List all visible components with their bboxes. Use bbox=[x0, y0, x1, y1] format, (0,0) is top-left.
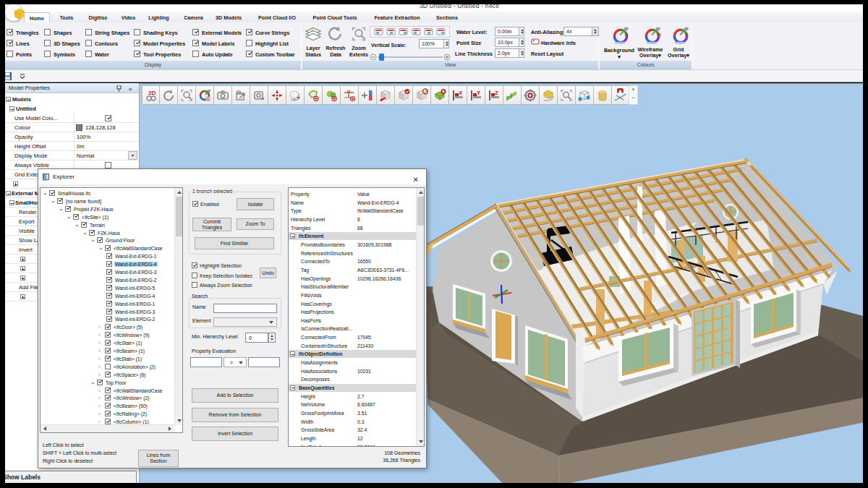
svg-text:G: G bbox=[685, 33, 689, 37]
svg-text:W: W bbox=[657, 33, 661, 37]
svg-text:B: B bbox=[625, 33, 629, 37]
svg-text:Z: Z bbox=[495, 90, 498, 96]
svg-text:X: X bbox=[459, 90, 463, 96]
svg-text:i: i bbox=[312, 28, 312, 33]
svg-text:2D: 2D bbox=[148, 90, 156, 96]
svg-text:Y: Y bbox=[477, 90, 481, 96]
